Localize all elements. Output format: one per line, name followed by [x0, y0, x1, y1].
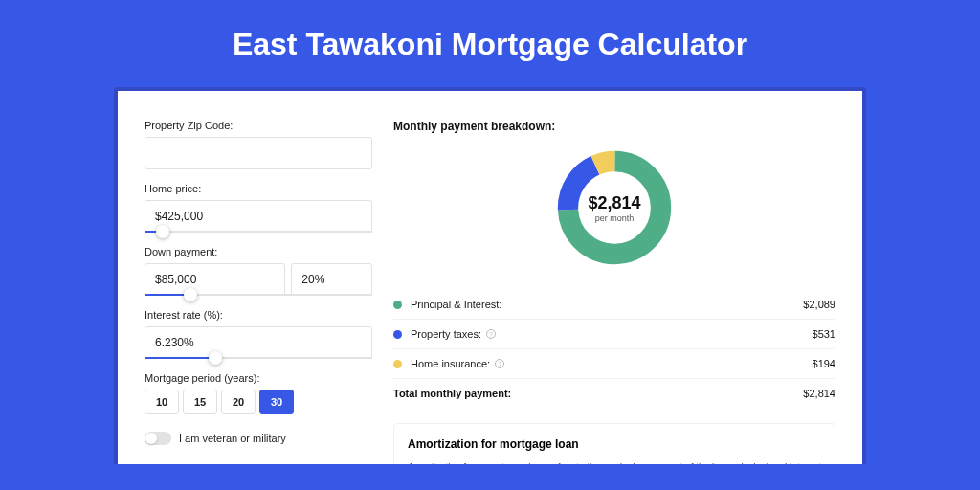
breakdown-label: Property taxes:?: [411, 328, 813, 340]
breakdown-label: Principal & Interest:: [411, 299, 803, 310]
period-buttons: 10152030: [145, 390, 372, 414]
home-price-field: Home price:: [145, 183, 372, 233]
donut-chart: $2,814 per month: [393, 146, 835, 269]
info-icon[interactable]: ?: [495, 359, 504, 368]
inputs-column: Property Zip Code: Home price: Down paym…: [145, 120, 372, 464]
zip-input[interactable]: [145, 137, 372, 169]
breakdown-row: Principal & Interest:$2,089: [393, 290, 835, 319]
info-icon[interactable]: ?: [486, 329, 496, 339]
app-frame: Property Zip Code: Home price: Down paym…: [114, 87, 866, 464]
donut-center: $2,814 per month: [588, 193, 640, 223]
period-field: Mortgage period (years): 10152030: [145, 372, 372, 414]
amortization-card: Amortization for mortgage loan Amortizat…: [393, 423, 835, 464]
breakdown-value: $194: [813, 358, 835, 369]
down-payment-pct-input[interactable]: [291, 263, 372, 296]
calculator-card: Property Zip Code: Home price: Down paym…: [118, 91, 862, 464]
breakdown-label: Home insurance:?: [411, 358, 813, 369]
down-payment-input[interactable]: [145, 263, 285, 296]
interest-field: Interest rate (%):: [145, 309, 372, 359]
home-price-label: Home price:: [145, 183, 372, 194]
home-price-input[interactable]: [145, 200, 372, 233]
veteran-label: I am veteran or military: [179, 433, 286, 444]
zip-label: Property Zip Code:: [145, 120, 372, 131]
period-btn-30[interactable]: 30: [259, 390, 294, 414]
breakdown-rows: Principal & Interest:$2,089Property taxe…: [393, 290, 835, 378]
interest-input[interactable]: [145, 326, 372, 359]
period-btn-10[interactable]: 10: [145, 390, 179, 414]
period-btn-15[interactable]: 15: [183, 390, 217, 414]
total-row: Total monthly payment: $2,814: [393, 378, 835, 408]
down-payment-label: Down payment:: [145, 246, 372, 257]
period-label: Mortgage period (years):: [145, 372, 372, 384]
toggle-knob: [145, 433, 157, 444]
slider-thumb[interactable]: [156, 225, 169, 238]
interest-label: Interest rate (%):: [145, 309, 372, 321]
amortization-title: Amortization for mortgage loan: [408, 437, 821, 451]
breakdown-value: $2,089: [803, 299, 835, 310]
slider-thumb[interactable]: [184, 288, 197, 301]
amortization-text: Amortization for a mortgage loan refers …: [408, 460, 821, 464]
page-title: East Tawakoni Mortgage Calculator: [0, 0, 980, 87]
legend-dot: [393, 301, 402, 309]
breakdown-row: Property taxes:?$531: [393, 319, 835, 348]
veteran-toggle[interactable]: [145, 432, 171, 445]
period-btn-20[interactable]: 20: [221, 390, 256, 414]
total-value: $2,814: [803, 388, 835, 399]
breakdown-value: $531: [813, 328, 835, 340]
results-column: Monthly payment breakdown: $2,814 per mo…: [393, 120, 835, 464]
legend-dot: [393, 360, 402, 368]
slider-thumb[interactable]: [209, 351, 222, 365]
down-payment-field: Down payment:: [145, 246, 372, 296]
breakdown-title: Monthly payment breakdown:: [393, 120, 835, 133]
legend-dot: [393, 330, 402, 339]
zip-field: Property Zip Code:: [145, 120, 372, 169]
veteran-row: I am veteran or military: [145, 432, 372, 445]
breakdown-row: Home insurance:?$194: [393, 348, 835, 378]
donut-sub: per month: [588, 213, 640, 223]
donut-amount: $2,814: [588, 193, 640, 213]
total-label: Total monthly payment:: [393, 388, 803, 399]
